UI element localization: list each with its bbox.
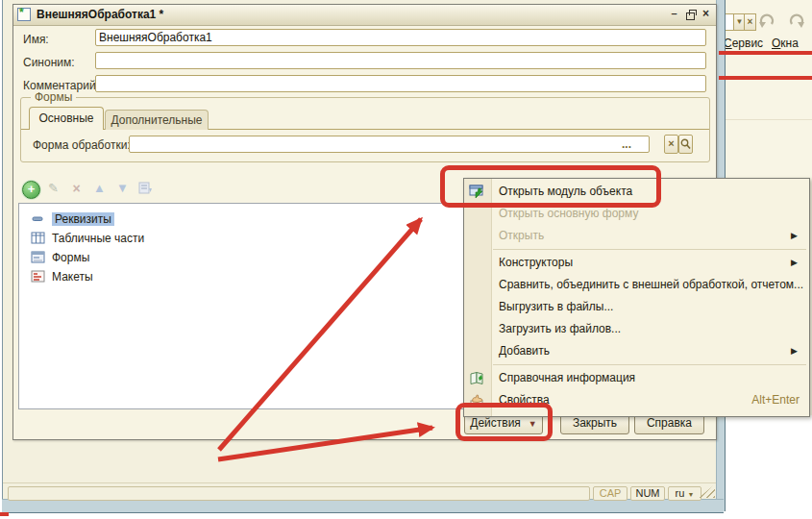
object-context-menu: Открыть модуль объекта Открыть основную … [463,178,810,417]
dataprocessor-icon: * [17,8,31,21]
menu-item-compare-merge[interactable]: Сравнить, объединить с внешней обработко… [464,274,809,296]
clear-field-button[interactable]: × [664,135,678,154]
toolbar-divider [721,119,812,120]
tree-item-label: Макеты [52,270,93,284]
move-down-icon[interactable]: ▼ [114,181,131,197]
tree-item-templates[interactable]: Макеты [31,268,93,285]
num-lock-indicator: NUM [630,486,665,501]
status-message-panel [8,486,590,501]
menu-item-label: Загрузить из файлов... [499,322,621,335]
menu-servis[interactable]: Сервис [724,37,763,50]
magnifier-icon [680,138,691,150]
status-bar: CAP NUM ru ▼ [3,482,716,500]
processing-form-field[interactable] [129,136,650,153]
menu-item-label: Открыть [499,229,544,242]
chevron-down-icon: ▼ [687,491,694,498]
annotation-line-fragment [0,512,9,516]
dialog-title: ВнешняяОбработка1 * [37,8,163,21]
comment-field[interactable] [95,75,706,92]
menu-item-label: Справочная информация [499,371,635,384]
dialog-title-bar[interactable]: * ВнешняяОбработка1 * – × [13,5,716,26]
annotation-rect-actions-button [455,403,553,441]
open-search-button[interactable] [678,135,693,154]
attributes-icon [31,212,46,225]
language-label: ru [676,487,685,499]
tree-item-tabular-sections[interactable]: Табличные части [31,230,144,247]
menu-item-label: Сравнить, объединить с внешней обработко… [499,278,803,291]
tree-item-label: Реквизиты [52,212,114,226]
menu-separator [493,249,806,250]
tree-item-forms[interactable]: Формы [31,249,89,266]
main-window-bottom-border [2,499,724,513]
caps-lock-indicator: CAP [593,486,627,501]
menu-okna[interactable]: Окна [772,37,799,50]
tabular-sections-icon [31,232,46,244]
language-indicator[interactable]: ru ▼ [668,486,701,501]
menu-item-reference-info[interactable]: Справочная информация [464,367,809,389]
templates-icon [31,270,46,283]
redo-icon[interactable] [788,12,805,30]
name-label: Имя: [23,33,49,46]
submenu-arrow-icon: ▶ [791,225,798,247]
choose-button[interactable]: ... [622,137,631,151]
tab-main[interactable]: Основные [29,107,104,130]
submenu-arrow-icon: ▶ [791,252,798,274]
menu-item-import-from-files[interactable]: Загрузить из файлов... [464,318,809,340]
tab-additional[interactable]: Дополнительные [105,110,209,130]
menu-item-export-to-files[interactable]: Выгрузить в файлы... [464,296,809,318]
annotation-line-top [719,51,812,55]
move-up-icon[interactable]: ▲ [91,181,108,197]
add-icon[interactable]: + [22,181,40,199]
screenshot-root: ▼ × Сервис Окна CAP NUM ru ▼ * ВнешняяОб… [0,0,812,519]
annotation-line-bottom [719,76,812,80]
delete-icon[interactable]: × [68,181,85,197]
menu-item-constructors[interactable]: Конструкторы ▶ [464,252,809,274]
menu-item-label: Конструкторы [499,256,573,269]
restore-icon[interactable] [682,8,697,21]
menu-separator [493,364,806,365]
forms-icon [31,251,46,263]
minimize-icon[interactable]: – [667,8,681,21]
processing-form-label: Форма обработки: [33,138,131,152]
sort-list-icon[interactable] [137,181,154,197]
name-field[interactable] [95,29,706,46]
reference-info-icon [469,370,485,386]
annotation-rect-open-module [440,165,661,208]
submenu-arrow-icon: ▶ [791,340,798,362]
menu-item-label: Открыть основную форму [499,207,638,220]
undo-icon[interactable] [758,12,775,30]
forms-groupbox: Формы Основные Дополнительные Форма обра… [20,97,710,162]
menu-item-label: Добавить [499,344,550,358]
tree-item-label: Формы [52,251,89,264]
shortcut-label: Alt+Enter [751,389,800,411]
menu-item-label: Выгрузить в файлы... [499,300,613,313]
close-icon[interactable]: × [699,8,713,21]
tree-item-label: Табличные части [52,232,144,245]
menu-item-open: Открыть ▶ [464,225,809,247]
forms-group-legend: Формы [31,90,76,104]
clear-combo-icon[interactable]: × [744,13,756,31]
edit-pencil-icon[interactable]: ✎ [45,181,62,197]
tree-item-attributes[interactable]: Реквизиты [31,210,114,228]
synonym-field[interactable] [95,52,706,69]
synonym-label: Синоним: [23,56,75,69]
menu-item-add[interactable]: Добавить ▶ [464,340,809,362]
